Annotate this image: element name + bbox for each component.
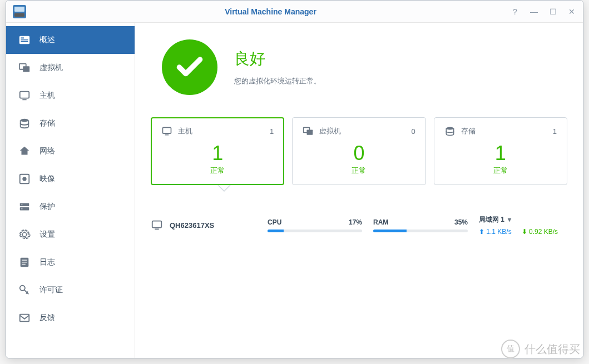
sidebar-item-label: 概述: [39, 35, 55, 45]
host-name: QH623617XS: [151, 219, 256, 231]
image-icon: [18, 173, 31, 185]
svg-rect-16: [22, 260, 27, 260]
svg-rect-26: [152, 221, 162, 228]
window-title: Virtual Machine Manager: [31, 7, 511, 16]
main-panel: 良好 您的虚拟化环境运转正常。 主机 1 1 正常: [135, 23, 583, 358]
card-storage[interactable]: 存储 1 1 正常: [434, 117, 567, 185]
minimize-button[interactable]: —: [529, 7, 538, 16]
svg-rect-11: [20, 203, 29, 207]
card-value: 0: [303, 142, 415, 164]
sidebar-item-vm[interactable]: 虚拟机: [6, 54, 135, 82]
svg-rect-12: [20, 207, 29, 211]
maximize-button[interactable]: ☐: [548, 7, 557, 16]
sidebar: 概述 虚拟机 主机 存储: [6, 23, 135, 358]
card-status: 正常: [303, 166, 415, 176]
host-icon: [151, 219, 163, 231]
network-icon: [18, 145, 31, 157]
sidebar-item-host[interactable]: 主机: [6, 82, 135, 109]
vm-icon: [18, 62, 31, 74]
log-icon: [18, 256, 31, 268]
sidebar-item-label: 日志: [39, 257, 55, 267]
card-count: 1: [553, 127, 557, 136]
app-window: Virtual Machine Manager ? — ☐ ✕ 概述 虚拟机: [6, 0, 583, 358]
svg-rect-27: [155, 229, 159, 230]
status-summary: 良好 您的虚拟化环境运转正常。: [151, 39, 567, 95]
svg-rect-21: [163, 127, 171, 133]
svg-rect-5: [23, 66, 29, 72]
host-row[interactable]: QH623617XS CPU 17% RAM 35%: [151, 207, 567, 243]
svg-rect-1: [21, 37, 24, 38]
svg-rect-22: [165, 134, 169, 136]
card-status: 正常: [161, 166, 274, 176]
network-label: 局域网 1: [479, 215, 504, 225]
sidebar-item-storage[interactable]: 存储: [6, 109, 135, 137]
sidebar-item-label: 保护: [39, 202, 55, 212]
ram-bar-fill: [373, 230, 407, 232]
card-status: 正常: [444, 166, 557, 176]
sidebar-item-image[interactable]: 映像: [6, 165, 135, 193]
card-title: 虚拟机: [319, 126, 341, 136]
sidebar-item-label: 主机: [39, 91, 55, 101]
svg-rect-3: [21, 41, 28, 42]
sidebar-item-label: 许可证: [39, 285, 63, 295]
cpu-metric: CPU 17%: [268, 218, 362, 232]
host-icon: [161, 126, 172, 137]
status-title: 良好: [234, 48, 321, 69]
cpu-value: 17%: [349, 218, 362, 226]
cpu-bar-fill: [268, 230, 284, 232]
sidebar-item-settings[interactable]: 设置: [6, 221, 135, 248]
card-value: 1: [161, 142, 274, 164]
card-title: 存储: [461, 126, 476, 136]
svg-point-25: [446, 127, 453, 130]
sidebar-item-network[interactable]: 网络: [6, 137, 135, 165]
ram-value: 35%: [454, 218, 468, 226]
ram-label: RAM: [373, 218, 388, 226]
svg-rect-17: [22, 262, 27, 262]
chevron-down-icon[interactable]: ▾: [508, 216, 511, 223]
storage-icon: [444, 126, 456, 137]
gear-icon: [18, 228, 31, 241]
mail-icon: [18, 312, 31, 324]
status-ok-icon: [162, 39, 217, 95]
sidebar-item-log[interactable]: 日志: [6, 248, 135, 276]
card-arrow: [151, 185, 567, 202]
summary-cards: 主机 1 1 正常 虚拟机 0 0: [151, 117, 567, 185]
net-upload: ⬆ 1.1 KB/s: [479, 228, 512, 236]
sidebar-item-protect[interactable]: 保护: [6, 193, 135, 221]
card-count: 0: [411, 127, 415, 136]
card-count: 1: [270, 127, 274, 136]
protect-icon: [18, 201, 31, 213]
sidebar-item-label: 存储: [39, 118, 55, 128]
svg-point-13: [22, 204, 23, 205]
svg-rect-2: [21, 39, 28, 40]
sidebar-item-label: 反馈: [39, 313, 55, 323]
svg-rect-24: [307, 130, 313, 135]
help-button[interactable]: ?: [511, 7, 519, 16]
host-name-text: QH623617XS: [170, 221, 214, 230]
close-button[interactable]: ✕: [567, 7, 576, 16]
status-text: 良好 您的虚拟化环境运转正常。: [234, 48, 321, 86]
sidebar-item-license[interactable]: 许可证: [6, 276, 135, 304]
svg-rect-7: [22, 99, 26, 100]
card-host[interactable]: 主机 1 1 正常: [151, 117, 284, 185]
card-title: 主机: [178, 126, 192, 136]
status-subtitle: 您的虚拟化环境运转正常。: [234, 76, 321, 86]
svg-point-8: [21, 119, 29, 122]
card-vm[interactable]: 虚拟机 0 0 正常: [292, 117, 425, 185]
app-icon: [13, 5, 26, 18]
host-icon: [18, 89, 31, 102]
storage-icon: [18, 117, 31, 129]
window-controls: ? — ☐ ✕: [511, 7, 576, 16]
ram-metric: RAM 35%: [373, 218, 468, 232]
svg-point-10: [22, 177, 26, 181]
vm-icon: [303, 126, 314, 137]
window-body: 概述 虚拟机 主机 存储: [6, 23, 583, 358]
sidebar-item-overview[interactable]: 概述: [6, 26, 135, 54]
svg-rect-6: [20, 92, 29, 98]
network-metric: 局域网 1 ▾ ⬆ 1.1 KB/s ⬇ 0.92 KB/s: [479, 215, 567, 236]
sidebar-item-label: 映像: [39, 174, 55, 184]
sidebar-item-feedback[interactable]: 反馈: [6, 304, 135, 332]
overview-icon: [18, 34, 31, 46]
sidebar-item-label: 设置: [39, 230, 55, 240]
svg-rect-18: [22, 264, 25, 265]
